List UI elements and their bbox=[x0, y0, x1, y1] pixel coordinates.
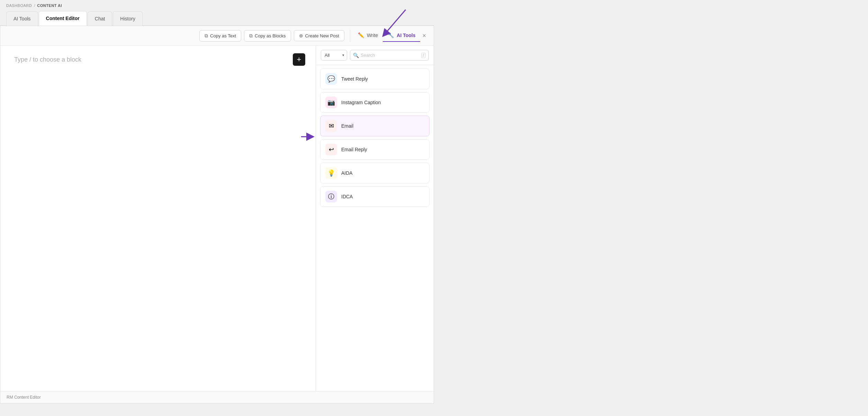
instagram-caption-label: Instagram Caption bbox=[341, 100, 381, 105]
create-post-icon: ⊕ bbox=[299, 33, 303, 38]
editor-placeholder: Type / to choose a block bbox=[14, 56, 81, 63]
copy-as-blocks-button[interactable]: ⧉ Copy as Blocks bbox=[244, 30, 291, 42]
search-icon: 🔍 bbox=[353, 53, 359, 58]
aida-icon: 💡 bbox=[325, 167, 337, 179]
create-new-post-button[interactable]: ⊕ Create New Post bbox=[294, 30, 344, 41]
panel-filters: All Social Email Blog ▾ 🔍 / bbox=[316, 46, 434, 65]
tab-content-editor[interactable]: Content Editor bbox=[39, 11, 87, 26]
tab-history[interactable]: History bbox=[113, 11, 143, 26]
copy-as-text-button[interactable]: ⧉ Copy as Text bbox=[199, 30, 241, 42]
email-reply-label: Email Reply bbox=[341, 147, 367, 152]
copy-blocks-icon: ⧉ bbox=[249, 33, 253, 39]
content-panel: Type / to choose a block + All Social Em… bbox=[0, 46, 434, 391]
breadcrumb-root: DASHBOARD bbox=[6, 3, 32, 8]
search-input[interactable] bbox=[350, 50, 429, 61]
tweet-reply-label: Tweet Reply bbox=[341, 76, 368, 82]
tool-item-tweet-reply[interactable]: 💬Tweet Reply bbox=[320, 69, 430, 89]
ai-tools-panel-icon: 🔧 bbox=[388, 32, 394, 38]
copy-text-icon: ⧉ bbox=[205, 33, 208, 39]
breadcrumb-current: CONTENT AI bbox=[37, 3, 62, 8]
add-block-button[interactable]: + bbox=[293, 53, 305, 66]
tools-list: 💬Tweet Reply📷Instagram Caption✉Email↩Ema… bbox=[316, 65, 434, 391]
right-panel: All Social Email Blog ▾ 🔍 / bbox=[316, 46, 434, 391]
tool-item-idca[interactable]: ⓘIDCA bbox=[320, 186, 430, 207]
email-label: Email bbox=[341, 123, 353, 129]
tab-chat[interactable]: Chat bbox=[88, 11, 112, 26]
idca-icon: ⓘ bbox=[325, 191, 337, 202]
ai-tools-panel-tab[interactable]: 🔧 AI Tools bbox=[383, 29, 420, 42]
tab-ai-tools[interactable]: AI Tools bbox=[6, 11, 38, 26]
idca-label: IDCA bbox=[341, 194, 353, 199]
tool-item-email-reply[interactable]: ↩Email Reply bbox=[320, 139, 430, 160]
filter-select-wrapper: All Social Email Blog ▾ bbox=[321, 50, 347, 61]
instagram-caption-icon: 📷 bbox=[325, 97, 337, 108]
tool-item-instagram-caption[interactable]: 📷Instagram Caption bbox=[320, 92, 430, 113]
toolbar: ⧉ Copy as Text ⧉ Copy as Blocks ⊕ Create… bbox=[0, 26, 434, 46]
aida-label: AIDA bbox=[341, 170, 353, 176]
email-reply-icon: ↩ bbox=[325, 144, 337, 155]
tool-item-email[interactable]: ✉Email bbox=[320, 116, 430, 136]
close-panel-button[interactable]: × bbox=[420, 31, 428, 41]
write-icon: ✏️ bbox=[358, 32, 364, 38]
email-icon: ✉ bbox=[325, 120, 337, 132]
editor-area[interactable]: Type / to choose a block + bbox=[0, 46, 316, 391]
slash-hint: / bbox=[421, 53, 426, 58]
tool-item-aida[interactable]: 💡AIDA bbox=[320, 163, 430, 183]
tweet-reply-icon: 💬 bbox=[325, 73, 337, 85]
panel-tab-group: ✏️ Write 🔧 AI Tools × bbox=[350, 29, 428, 42]
filter-select[interactable]: All Social Email Blog bbox=[321, 50, 347, 61]
main-area: ⧉ Copy as Text ⧉ Copy as Blocks ⊕ Create… bbox=[0, 26, 434, 404]
editor-footer: RM Content Editor bbox=[0, 391, 434, 403]
search-wrapper: 🔍 / bbox=[350, 50, 429, 61]
write-tab[interactable]: ✏️ Write bbox=[353, 29, 383, 42]
breadcrumb-separator: / bbox=[34, 3, 35, 8]
breadcrumb: DASHBOARD / CONTENT AI bbox=[0, 0, 434, 11]
tabs-bar: AI Tools Content Editor Chat History bbox=[0, 11, 434, 26]
